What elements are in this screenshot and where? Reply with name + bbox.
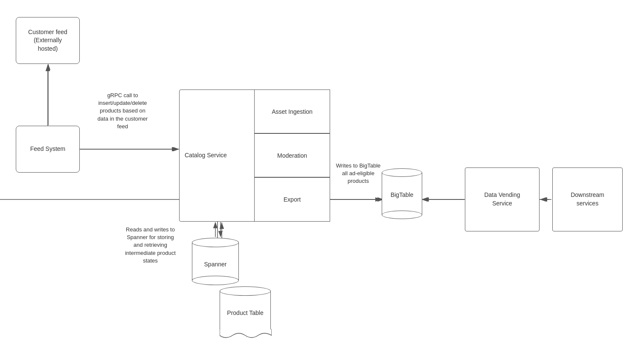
export-box: Export <box>254 177 330 222</box>
product-table-cylinder: Product Table <box>220 286 271 340</box>
spanner-label-text: Reads and writes toSpanner for storingan… <box>109 226 192 265</box>
export-label: Export <box>284 196 301 203</box>
bigtable-cylinder: BigTable <box>382 168 422 215</box>
asset-ingestion-label: Asset Ingestion <box>272 108 313 115</box>
spanner-cylinder: Spanner <box>192 238 239 281</box>
customer-feed-box: Customer feed (Externally hosted) <box>16 17 80 64</box>
downstream-box: Downstream services <box>552 167 623 231</box>
moderation-label: Moderation <box>277 152 307 159</box>
product-table-label: Product Table <box>227 309 263 316</box>
moderation-box: Moderation <box>254 133 330 177</box>
downstream-label: Downstream services <box>571 191 604 208</box>
product-table-bottom-wave <box>220 329 272 340</box>
data-vending-label: Data Vending Service <box>484 191 520 208</box>
customer-feed-label: Customer feed (Externally hosted) <box>28 28 67 53</box>
writes-bigtable-label: Writes to BigTableall ad-eligibleproduct… <box>333 162 384 185</box>
spanner-label: Spanner <box>204 261 227 268</box>
feed-system-label: Feed System <box>30 145 65 153</box>
architecture-diagram: Customer feed (Externally hosted) Feed S… <box>0 0 644 358</box>
data-vending-box: Data Vending Service <box>465 167 540 231</box>
asset-ingestion-box: Asset Ingestion <box>254 90 330 133</box>
bigtable-label: BigTable <box>391 191 414 198</box>
catalog-service-label: Catalog Service <box>185 151 227 160</box>
feed-system-box: Feed System <box>16 126 80 173</box>
grpc-label: gRPC call toinsert/update/deleteproducts… <box>83 92 162 130</box>
